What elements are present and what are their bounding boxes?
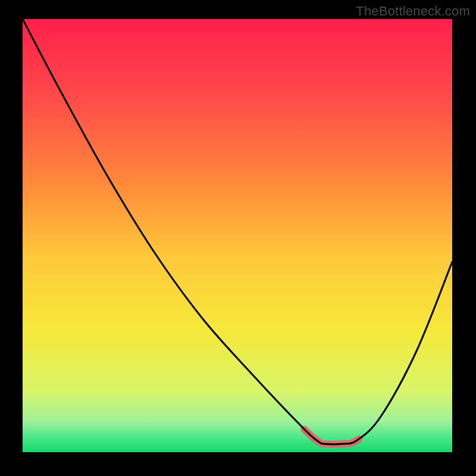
- bottleneck-chart: [0, 0, 476, 476]
- watermark-text: TheBottleneck.com: [356, 4, 470, 19]
- plot-background: [23, 19, 452, 452]
- chart-stage: TheBottleneck.com: [0, 0, 476, 476]
